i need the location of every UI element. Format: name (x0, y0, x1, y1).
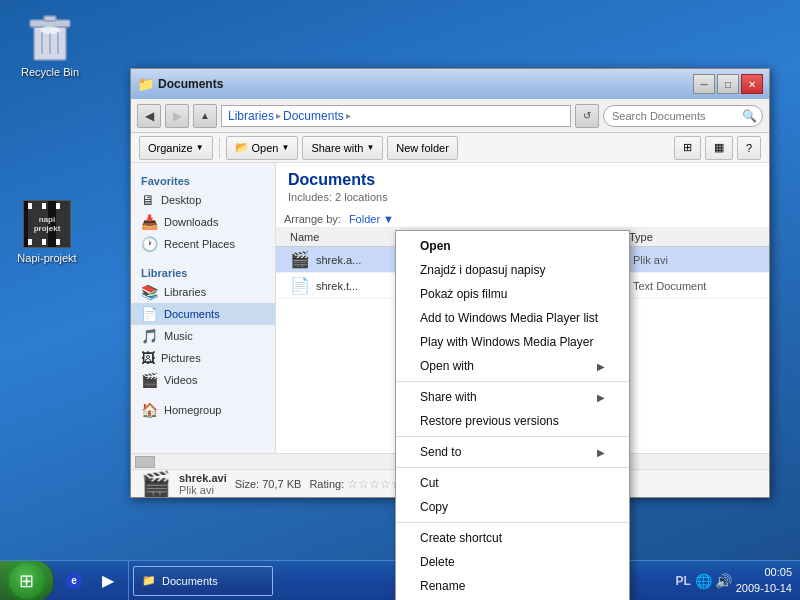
clock-date: 2009-10-14 (736, 581, 792, 596)
ctx-open[interactable]: Open (396, 234, 629, 258)
ie-quick-launch[interactable]: e (60, 567, 88, 595)
back-button[interactable]: ◀ (137, 104, 161, 128)
media-player-quick-launch[interactable]: ▶ (94, 567, 122, 595)
sidebar-item-videos[interactable]: 🎬 Videos (131, 369, 275, 391)
preview-file-icon: 🎬 (141, 470, 171, 498)
sidebar-item-pictures[interactable]: 🖼 Pictures (131, 347, 275, 369)
volume-icon[interactable]: 🔊 (715, 573, 732, 589)
ctx-znajdz[interactable]: Znajdź i dopasuj napisy (396, 258, 629, 282)
taskbar-item-label: Documents (162, 575, 218, 587)
media-player-icon: ▶ (102, 571, 114, 590)
favorites-header: Favorites (131, 171, 275, 189)
maximize-button[interactable]: □ (717, 74, 739, 94)
sidebar-item-recent-places[interactable]: 🕐 Recent Places (131, 233, 275, 255)
status-preview: 🎬 shrek.avi Plik avi Size: 70,7 KB Ratin… (141, 470, 402, 498)
preview-size: Size: 70,7 KB (235, 478, 302, 490)
sidebar-item-libraries[interactable]: 📚 Libraries (131, 281, 275, 303)
close-button[interactable]: ✕ (741, 74, 763, 94)
view-toggle-button[interactable]: ⊞ (674, 136, 701, 160)
toolbar-separator (219, 138, 220, 158)
sort-bar: Arrange by: Folder ▼ (276, 211, 769, 228)
ctx-share-with[interactable]: Share with ▶ (396, 385, 629, 409)
search-wrapper: 🔍 (603, 105, 763, 127)
search-input[interactable] (603, 105, 763, 127)
minimize-button[interactable]: ─ (693, 74, 715, 94)
up-button[interactable]: ▲ (193, 104, 217, 128)
open-icon: 📂 (235, 141, 249, 154)
preview-pane-button[interactable]: ▦ (705, 136, 733, 160)
libraries-section: Libraries 📚 Libraries 📄 Documents 🎵 Musi… (131, 263, 275, 391)
search-icon: 🔍 (742, 109, 757, 123)
napi-text: napiprojekt (34, 215, 61, 233)
open-chevron-icon: ▼ (281, 143, 289, 152)
sidebar-item-desktop[interactable]: 🖥 Desktop (131, 189, 275, 211)
file-type: Text Document (633, 280, 755, 292)
network-icon[interactable]: 🌐 (695, 573, 712, 589)
ctx-sep-3 (396, 467, 629, 468)
open-with-arrow-icon: ▶ (597, 361, 605, 372)
preview-info: shrek.avi Plik avi (179, 472, 227, 496)
start-button[interactable]: ⊞ (0, 561, 54, 601)
recycle-bin-icon[interactable]: Recycle Bin (15, 10, 85, 78)
pictures-icon: 🖼 (141, 350, 155, 366)
napi-projekt-image: napiprojekt (23, 200, 71, 248)
sidebar-item-downloads[interactable]: 📥 Downloads (131, 211, 275, 233)
address-path[interactable]: Libraries ▸ Documents ▸ (221, 105, 571, 127)
ctx-sep-4 (396, 522, 629, 523)
svg-rect-2 (44, 16, 56, 21)
tray-icons: 🌐 🔊 (695, 573, 732, 589)
breadcrumb-libraries[interactable]: Libraries (228, 109, 274, 123)
ctx-rename[interactable]: Rename (396, 574, 629, 598)
sort-label: Arrange by: (284, 213, 341, 225)
toolbar-right: ⊞ ▦ ? (674, 136, 761, 160)
ctx-delete[interactable]: Delete (396, 550, 629, 574)
language-indicator[interactable]: PL (675, 574, 690, 588)
ctx-cut[interactable]: Cut (396, 471, 629, 495)
title-bar-controls: ─ □ ✕ (693, 74, 763, 94)
ctx-open-with[interactable]: Open with ▶ (396, 354, 629, 378)
ctx-copy[interactable]: Copy (396, 495, 629, 519)
title-bar: 📁 Documents ─ □ ✕ (131, 69, 769, 99)
organize-button[interactable]: Organize ▼ (139, 136, 213, 160)
clock[interactable]: 00:05 2009-10-14 (736, 565, 792, 596)
folder-subtitle: Includes: 2 locations (276, 191, 769, 211)
quick-launch: e ▶ (54, 561, 129, 600)
preview-filename: shrek.avi (179, 472, 227, 484)
file-txt-icon: 📄 (290, 276, 310, 295)
sidebar-item-music[interactable]: 🎵 Music (131, 325, 275, 347)
refresh-button[interactable]: ↺ (575, 104, 599, 128)
ctx-send-to[interactable]: Send to ▶ (396, 440, 629, 464)
svg-point-6 (40, 26, 60, 34)
file-avi-icon: 🎬 (290, 250, 310, 269)
sidebar-item-homegroup[interactable]: 🏠 Homegroup (131, 399, 275, 421)
sidebar: Favorites 🖥 Desktop 📥 Downloads 🕐 Recent… (131, 163, 276, 453)
hscroll-thumb[interactable] (135, 456, 155, 468)
send-to-arrow-icon: ▶ (597, 447, 605, 458)
title-bar-icon: 📁 (137, 76, 154, 92)
napi-projekt-icon[interactable]: napiprojekt Napi-projekt (12, 200, 82, 264)
taskbar-folder-icon: 📁 (142, 574, 156, 587)
downloads-icon: 📥 (141, 214, 158, 230)
share-with-arrow-icon: ▶ (597, 392, 605, 403)
share-with-button[interactable]: Share with ▼ (302, 136, 383, 160)
file-type: Plik avi (633, 254, 755, 266)
ctx-restore-versions[interactable]: Restore previous versions (396, 409, 629, 433)
sort-value[interactable]: Folder ▼ (349, 213, 394, 225)
help-button[interactable]: ? (737, 136, 761, 160)
col-type-header[interactable]: Type (623, 228, 761, 246)
ctx-create-shortcut[interactable]: Create shortcut (396, 526, 629, 550)
open-button[interactable]: 📂 Open ▼ (226, 136, 299, 160)
ctx-pokaz[interactable]: Pokaż opis filmu (396, 282, 629, 306)
start-orb: ⊞ (9, 563, 45, 599)
taskbar-documents-item[interactable]: 📁 Documents (133, 566, 273, 596)
forward-button[interactable]: ▶ (165, 104, 189, 128)
sidebar-item-documents[interactable]: 📄 Documents (131, 303, 275, 325)
napi-icon-label: Napi-projekt (17, 252, 76, 264)
libraries-header: Libraries (131, 263, 275, 281)
ie-icon: e (66, 573, 82, 589)
address-bar: ◀ ▶ ▲ Libraries ▸ Documents ▸ ↺ 🔍 (131, 99, 769, 133)
ctx-add-wmp[interactable]: Add to Windows Media Player list (396, 306, 629, 330)
new-folder-button[interactable]: New folder (387, 136, 458, 160)
breadcrumb-documents[interactable]: Documents (283, 109, 344, 123)
ctx-play-wmp[interactable]: Play with Windows Media Player (396, 330, 629, 354)
